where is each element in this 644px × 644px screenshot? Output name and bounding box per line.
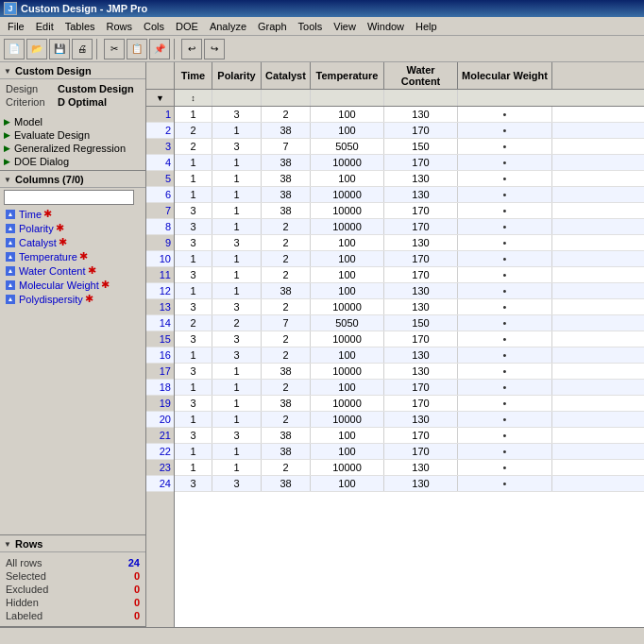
cell-0-row-16[interactable]: 1 [175,347,212,363]
paste-btn[interactable]: 📌 [149,39,170,59]
cell-1-row-6[interactable]: 1 [212,187,262,202]
cell-5-row-11[interactable]: • [458,267,552,282]
cell-1-row-1[interactable]: 3 [212,107,262,122]
cell-3-row-14[interactable]: 5050 [311,315,384,330]
row-num-21[interactable]: 21 [146,428,174,444]
filter-polarity[interactable] [212,90,262,106]
model-link[interactable]: ▶ Model [0,115,145,128]
cell-2-row-18[interactable]: 2 [262,380,311,395]
col-item-temperature[interactable]: ▲ Temperature ✱ [0,249,145,263]
undo-btn[interactable]: ↩ [181,39,202,59]
cell-1-row-13[interactable]: 3 [212,299,262,314]
cell-2-row-20[interactable]: 2 [262,412,311,427]
cell-1-row-5[interactable]: 1 [212,171,262,186]
cell-2-row-22[interactable]: 38 [262,444,311,459]
cell-2-row-2[interactable]: 38 [262,123,311,138]
cell-5-row-7[interactable]: • [458,203,552,218]
cell-4-row-11[interactable]: 170 [384,267,458,282]
cell-4-row-24[interactable]: 130 [384,476,458,491]
cell-2-row-24[interactable]: 38 [262,476,311,491]
cell-2-row-23[interactable]: 2 [262,460,311,475]
row-num-20[interactable]: 20 [146,412,174,428]
menu-item-analyze[interactable]: Analyze [204,19,252,34]
menu-item-view[interactable]: View [328,19,362,34]
cell-3-row-2[interactable]: 100 [311,123,384,138]
cell-5-row-5[interactable]: • [458,171,552,186]
cell-3-row-17[interactable]: 10000 [311,364,384,379]
new-btn[interactable]: 📄 [4,39,25,59]
row-num-23[interactable]: 23 [146,460,174,476]
row-num-12[interactable]: 12 [146,283,174,299]
cell-0-row-15[interactable]: 3 [175,331,212,347]
row-num-17[interactable]: 17 [146,364,174,380]
cell-0-row-21[interactable]: 3 [175,428,212,443]
open-btn[interactable]: 📂 [26,39,47,59]
row-num-16[interactable]: 16 [146,347,174,364]
col-header-water-content[interactable]: Water Content [384,62,458,89]
row-num-13[interactable]: 13 [146,299,174,315]
cell-2-row-12[interactable]: 38 [262,283,311,298]
col-header-temperature[interactable]: Temperature [311,62,384,89]
cell-4-row-2[interactable]: 170 [384,123,458,138]
gen-regression-link[interactable]: ▶ Generalized Regression [0,142,145,155]
cell-2-row-17[interactable]: 38 [262,364,311,379]
row-num-2[interactable]: 2 [146,123,174,139]
cell-2-row-16[interactable]: 2 [262,347,311,363]
cell-4-row-10[interactable]: 170 [384,251,458,266]
cell-3-row-7[interactable]: 10000 [311,203,384,218]
cell-0-row-4[interactable]: 1 [175,155,212,170]
cell-1-row-10[interactable]: 1 [212,251,262,266]
cell-3-row-10[interactable]: 100 [311,251,384,266]
cell-2-row-1[interactable]: 2 [262,107,311,122]
cell-0-row-14[interactable]: 2 [175,315,212,330]
cell-2-row-7[interactable]: 38 [262,203,311,218]
cell-0-row-12[interactable]: 1 [175,283,212,298]
cell-2-row-10[interactable]: 2 [262,251,311,266]
menu-item-help[interactable]: Help [410,19,443,34]
cell-0-row-22[interactable]: 1 [175,444,212,459]
cell-4-row-22[interactable]: 170 [384,444,458,459]
cell-3-row-21[interactable]: 100 [311,428,384,443]
cell-5-row-4[interactable]: • [458,155,552,170]
menu-item-file[interactable]: File [2,19,30,34]
filter-mw[interactable] [458,90,552,106]
cell-0-row-3[interactable]: 2 [175,139,212,154]
cell-1-row-14[interactable]: 2 [212,315,262,330]
cell-2-row-14[interactable]: 7 [262,315,311,330]
cell-5-row-17[interactable]: • [458,364,552,379]
cell-2-row-4[interactable]: 38 [262,155,311,170]
cell-1-row-21[interactable]: 3 [212,428,262,443]
row-num-3[interactable]: 3 [146,139,174,155]
cell-5-row-18[interactable]: • [458,380,552,395]
cell-4-row-18[interactable]: 170 [384,380,458,395]
filter-temperature[interactable] [311,90,384,106]
cell-5-row-20[interactable]: • [458,412,552,427]
filter-catalyst[interactable] [262,90,311,106]
cell-4-row-5[interactable]: 130 [384,171,458,186]
cell-3-row-23[interactable]: 10000 [311,460,384,475]
evaluate-design-link[interactable]: ▶ Evaluate Design [0,128,145,142]
cell-1-row-2[interactable]: 1 [212,123,262,138]
cell-0-row-8[interactable]: 3 [175,219,212,234]
row-num-15[interactable]: 15 [146,331,174,347]
cell-1-row-23[interactable]: 1 [212,460,262,475]
cell-3-row-13[interactable]: 10000 [311,299,384,314]
cell-1-row-19[interactable]: 1 [212,396,262,411]
cell-5-row-16[interactable]: • [458,347,552,363]
cell-1-row-24[interactable]: 3 [212,476,262,491]
cell-4-row-12[interactable]: 130 [384,283,458,298]
custom-design-header[interactable]: ▼ Custom Design [0,62,145,79]
cell-0-row-20[interactable]: 1 [175,412,212,427]
menu-item-tables[interactable]: Tables [59,19,101,34]
cut-btn[interactable]: ✂ [104,39,125,59]
cell-4-row-15[interactable]: 170 [384,331,458,347]
cell-1-row-16[interactable]: 3 [212,347,262,363]
cell-5-row-2[interactable]: • [458,123,552,138]
col-item-catalyst[interactable]: ▲ Catalyst ✱ [0,235,145,249]
copy-btn[interactable]: 📋 [127,39,147,59]
cell-2-row-21[interactable]: 38 [262,428,311,443]
cell-1-row-3[interactable]: 3 [212,139,262,154]
cell-3-row-22[interactable]: 100 [311,444,384,459]
cell-4-row-23[interactable]: 130 [384,460,458,475]
cell-2-row-3[interactable]: 7 [262,139,311,154]
